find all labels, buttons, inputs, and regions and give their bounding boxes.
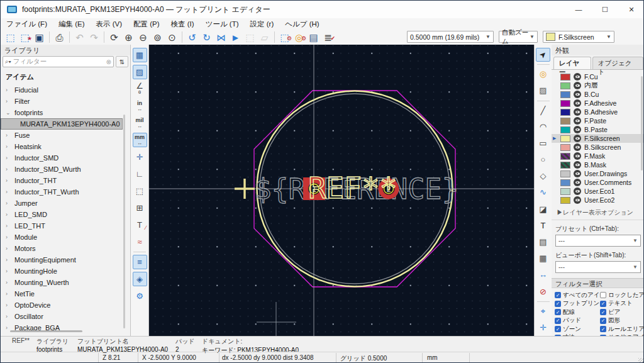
checkbox-icon[interactable]: ✓ bbox=[555, 301, 561, 307]
filter-item-ロックしたアイテム[interactable]: ロックしたアイテム bbox=[600, 291, 644, 299]
grid-overrides-button[interactable]: ▨ bbox=[133, 65, 147, 79]
zoom-out-button[interactable]: ⊖ bbox=[136, 31, 150, 44]
viewport-select[interactable]: --- ▼ bbox=[555, 261, 641, 273]
select-tool-button[interactable]: ➤ bbox=[536, 48, 550, 62]
tree-item[interactable]: ›Filter bbox=[1, 96, 130, 107]
layer-visibility-eye-icon[interactable] bbox=[574, 187, 581, 195]
mirror-horizontally-button[interactable]: ⋈ bbox=[214, 31, 228, 44]
units-mm-button[interactable]: mm↔ bbox=[133, 133, 147, 147]
clear-filter-icon[interactable]: ⊗ bbox=[106, 59, 111, 65]
filter-item-配線[interactable]: ✓配線 bbox=[555, 308, 600, 316]
draw-bezier-tool-button[interactable]: ∿ bbox=[536, 186, 550, 199]
zoom-to-selection-button[interactable]: ⊙ bbox=[165, 31, 179, 44]
grid-origin-tool-button[interactable]: ✛ bbox=[536, 321, 550, 335]
checkbox-icon[interactable]: ✓ bbox=[555, 292, 561, 298]
draw-circle-tool-button[interactable]: ○ bbox=[536, 153, 550, 167]
menu-item-3[interactable]: 配置 (P) bbox=[128, 18, 165, 30]
tree-item[interactable]: ›Module bbox=[1, 232, 130, 243]
menu-item-5[interactable]: ツール (T) bbox=[200, 18, 245, 30]
rotate-ccw-button[interactable]: ↺ bbox=[186, 31, 199, 44]
reference-designator-text[interactable]: REF** bbox=[308, 170, 397, 205]
tree-item[interactable]: ›MountingHole bbox=[1, 265, 130, 277]
sketch-pads-mode-button[interactable]: ⬚ bbox=[133, 184, 147, 198]
menu-item-1[interactable]: 編集 (E) bbox=[53, 18, 91, 30]
delete-tool-button[interactable]: ⊘ bbox=[536, 284, 550, 298]
tree-item[interactable]: ›Inductor_SMD bbox=[1, 152, 130, 164]
tree-item[interactable]: ⌄footprints bbox=[1, 107, 130, 118]
layer-visibility-eye-icon[interactable] bbox=[574, 196, 581, 204]
layer-color-swatch[interactable] bbox=[560, 188, 570, 195]
filter-item-図形[interactable]: ✓図形 bbox=[600, 317, 644, 325]
footprint-text-visibility-button[interactable]: T∕ bbox=[133, 218, 147, 232]
chevron-collapsed-icon[interactable]: › bbox=[6, 87, 14, 93]
tree-item[interactable]: ›Inductor_SMD_Wurth bbox=[1, 164, 130, 175]
flip-board-side-button[interactable]: ► bbox=[229, 31, 242, 44]
checkbox-icon[interactable] bbox=[600, 292, 606, 298]
chevron-collapsed-icon[interactable]: › bbox=[6, 279, 14, 286]
tree-item[interactable]: ›Motors bbox=[1, 243, 130, 254]
layer-row-F.Paste[interactable]: F.Paste bbox=[552, 116, 644, 125]
high-contrast-display-mode-button[interactable]: ∟ bbox=[133, 167, 147, 181]
close-button[interactable]: ✕ bbox=[618, 1, 644, 18]
chevron-collapsed-icon[interactable]: › bbox=[6, 155, 14, 161]
chevron-collapsed-icon[interactable]: › bbox=[6, 177, 14, 184]
chevron-expanded-icon[interactable]: ⌄ bbox=[6, 109, 14, 116]
layer-row-内層[interactable]: 内層 bbox=[552, 81, 644, 90]
new-footprint-button[interactable]: ⬚ bbox=[4, 31, 17, 44]
grid-visibility-button[interactable]: ▦ bbox=[133, 48, 147, 62]
search-panel-toggle-button[interactable]: ≡ bbox=[133, 255, 147, 269]
layer-visibility-eye-icon[interactable] bbox=[574, 126, 581, 133]
chevron-collapsed-icon[interactable]: › bbox=[6, 143, 14, 150]
layer-color-swatch[interactable] bbox=[560, 197, 570, 204]
chevron-collapsed-icon[interactable]: › bbox=[6, 132, 14, 138]
tree-item-selected[interactable]: MURATA_PKM13EPYH4000-A0 bbox=[1, 118, 123, 130]
minimize-button[interactable]: — bbox=[565, 1, 592, 18]
layer-color-swatch[interactable] bbox=[560, 162, 570, 169]
layer-color-swatch[interactable] bbox=[560, 118, 570, 125]
layer-row-User.Eco1[interactable]: User.Eco1 bbox=[552, 187, 644, 196]
preset-select[interactable]: --- ▼ bbox=[555, 235, 641, 247]
tree-item[interactable]: ›Inductor_THT bbox=[1, 175, 130, 186]
tree-item[interactable]: ›Mounting_Wuerth bbox=[1, 277, 130, 288]
group-items-button[interactable]: ⬚ bbox=[243, 31, 257, 44]
layer-visibility-eye-icon[interactable] bbox=[574, 117, 581, 125]
checkbox-icon[interactable]: ✓ bbox=[555, 309, 561, 315]
layer-visibility-eye-icon[interactable] bbox=[574, 152, 581, 160]
layer-color-swatch[interactable] bbox=[560, 109, 570, 116]
menu-item-0[interactable]: ファイル (F) bbox=[1, 18, 53, 30]
filter-item-ゾーン[interactable]: ✓ゾーン bbox=[555, 325, 600, 333]
ungroup-items-button[interactable]: ▱ bbox=[258, 31, 271, 44]
tree-item[interactable]: ›Fiducial bbox=[1, 84, 130, 96]
chevron-collapsed-icon[interactable]: › bbox=[6, 268, 14, 274]
checkbox-icon[interactable]: ✓ bbox=[600, 326, 606, 332]
menu-item-6[interactable]: 設定 (r) bbox=[245, 18, 280, 30]
maximize-button[interactable]: ☐ bbox=[592, 1, 618, 18]
layer-color-swatch[interactable] bbox=[560, 91, 570, 98]
design-rules-check-button[interactable]: ≣✔ bbox=[321, 31, 335, 44]
checkbox-icon[interactable]: ✓ bbox=[600, 309, 606, 315]
layer-row-F.Silkscreen[interactable]: F.Silkscreen bbox=[552, 134, 644, 143]
layer-visibility-eye-icon[interactable] bbox=[574, 179, 581, 186]
checkbox-icon[interactable]: ✓ bbox=[555, 326, 561, 332]
save-button[interactable]: ▣ bbox=[33, 31, 46, 44]
layer-row-B.Silkscreen[interactable]: B.Silkscreen bbox=[552, 143, 644, 152]
zoom-fit-button[interactable]: ⊚ bbox=[151, 31, 164, 44]
tab-レイヤー[interactable]: レイヤー bbox=[553, 57, 591, 69]
zoom-select[interactable]: 自動ズーム ▼ bbox=[499, 31, 538, 43]
layer-row-F.Cu[interactable]: F.Cu bbox=[552, 72, 644, 81]
add-image-tool-button[interactable]: ◪ bbox=[536, 203, 550, 216]
active-layer-select[interactable]: F.Silkscreen ▼ bbox=[543, 31, 614, 43]
new-footprint-wizard-button[interactable]: ⬚★ bbox=[18, 31, 31, 44]
editor-canvas[interactable]: ${REFERENCE} 1 2 REF** bbox=[149, 45, 534, 336]
tree-item[interactable]: ›MountingEquipment bbox=[1, 254, 130, 265]
tree-item[interactable]: ›Fuse bbox=[1, 130, 130, 141]
filter-item-すべてのアイテム[interactable]: ✓すべてのアイテム bbox=[555, 291, 600, 299]
menu-item-4[interactable]: 検査 (I) bbox=[165, 18, 200, 30]
checkbox-icon[interactable]: ✓ bbox=[600, 301, 606, 307]
layer-row-F.Mask[interactable]: F.Mask bbox=[552, 152, 644, 160]
layer-visibility-eye-icon[interactable] bbox=[574, 108, 581, 116]
layer-color-swatch[interactable] bbox=[560, 153, 570, 160]
filter-item-ビア[interactable]: ✓ビア bbox=[600, 308, 644, 316]
chevron-collapsed-icon[interactable]: › bbox=[6, 234, 14, 240]
tree-item[interactable]: ›Oscillator bbox=[1, 311, 130, 322]
